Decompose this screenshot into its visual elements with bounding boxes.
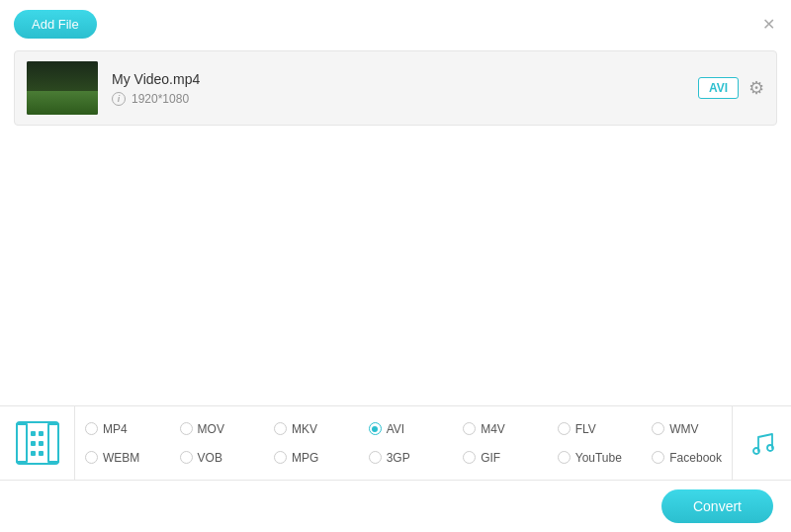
format-label-webm: WEBM (103, 451, 139, 465)
format-option-avi[interactable]: AVI (369, 422, 464, 436)
format-option-facebook[interactable]: Facebook (652, 451, 722, 465)
file-actions: AVI ⚙ (698, 77, 764, 99)
video-thumbnail (27, 61, 98, 115)
settings-icon[interactable]: ⚙ (748, 77, 764, 99)
file-list: My Video.mp4 i 1920*1080 AVI ⚙ (14, 50, 777, 126)
format-option-youtube[interactable]: YouTube (558, 451, 653, 465)
file-item: My Video.mp4 i 1920*1080 AVI ⚙ (15, 51, 776, 125)
format-option-3gp[interactable]: 3GP (369, 451, 464, 465)
format-bar: MP4 MOV MKV AVI M4V FLV WMV WEBM (0, 405, 791, 481)
format-label-mp4: MP4 (103, 422, 128, 436)
format-label-facebook: Facebook (669, 451, 722, 465)
radio-wmv[interactable] (652, 422, 664, 435)
music-icon-area[interactable] (732, 406, 791, 480)
format-option-vob[interactable]: VOB (180, 451, 275, 465)
format-label-vob: VOB (198, 451, 222, 465)
radio-vob[interactable] (180, 451, 193, 464)
format-option-mp4[interactable]: MP4 (85, 422, 180, 436)
radio-mov[interactable] (180, 422, 193, 435)
format-label-m4v: M4V (481, 422, 505, 436)
format-badge[interactable]: AVI (698, 77, 739, 99)
format-label-flv: FLV (575, 422, 596, 436)
format-option-mpg[interactable]: MPG (274, 451, 369, 465)
file-name: My Video.mp4 (112, 71, 698, 87)
title-bar: Add File ✕ (0, 0, 791, 44)
format-label-mov: MOV (198, 422, 224, 436)
radio-mpg[interactable] (274, 451, 287, 464)
format-option-gif[interactable]: GIF (463, 451, 558, 465)
radio-webm[interactable] (85, 451, 98, 464)
film-icon (16, 421, 59, 465)
file-resolution: 1920*1080 (132, 92, 189, 106)
format-option-mkv[interactable]: MKV (274, 422, 369, 436)
format-option-flv[interactable]: FLV (558, 422, 653, 436)
info-icon: i (112, 92, 126, 106)
radio-flv[interactable] (558, 422, 571, 435)
file-info: My Video.mp4 i 1920*1080 (98, 71, 698, 106)
format-option-webm[interactable]: WEBM (85, 451, 180, 465)
format-grid: MP4 MOV MKV AVI M4V FLV WMV WEBM (75, 406, 732, 480)
radio-youtube[interactable] (558, 451, 571, 464)
radio-mkv[interactable] (274, 422, 287, 435)
format-option-wmv[interactable]: WMV (652, 422, 722, 436)
radio-gif[interactable] (463, 451, 476, 464)
format-label-wmv: WMV (669, 422, 698, 436)
radio-avi[interactable] (369, 422, 382, 435)
radio-m4v[interactable] (463, 422, 476, 435)
bottom-actions: Convert (0, 481, 791, 532)
convert-button[interactable]: Convert (661, 489, 773, 523)
close-button[interactable]: ✕ (759, 16, 777, 34)
video-format-icon-area (0, 406, 75, 480)
format-label-youtube: YouTube (575, 451, 622, 465)
format-label-3gp: 3GP (387, 451, 410, 465)
add-file-button[interactable]: Add File (14, 10, 97, 39)
file-meta: i 1920*1080 (112, 92, 698, 106)
format-label-gif: GIF (481, 451, 500, 465)
radio-facebook[interactable] (652, 451, 664, 464)
radio-mp4[interactable] (85, 422, 98, 435)
format-label-avi: AVI (387, 422, 404, 436)
format-option-mov[interactable]: MOV (180, 422, 275, 436)
format-label-mpg: MPG (292, 451, 318, 465)
music-note-icon (748, 429, 776, 457)
radio-3gp[interactable] (369, 451, 382, 464)
format-label-mkv: MKV (292, 422, 317, 436)
format-option-m4v[interactable]: M4V (463, 422, 558, 436)
